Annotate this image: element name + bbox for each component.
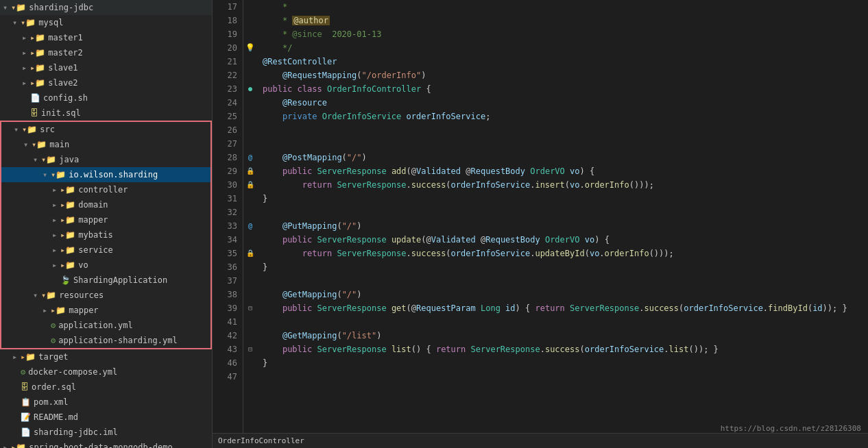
- gutter-29: 🔒: [243, 164, 257, 178]
- gutter-34: [243, 233, 257, 247]
- line-num-19: 19: [218, 27, 237, 41]
- item-label-application.yml: application.yml: [58, 321, 132, 330]
- code-line-28: @PostMapping("/"): [263, 151, 863, 164]
- tree-item-target[interactable]: ▸ ▸📁 target: [0, 349, 212, 364]
- line-num-28: 28: [218, 151, 237, 164]
- code-line-21: @RestController: [263, 55, 863, 69]
- tree-item-slave2[interactable]: ▸ ▸📁 slave2: [0, 75, 212, 90]
- line-num-41: 41: [218, 315, 237, 329]
- line-num-34: 34: [218, 233, 237, 247]
- line-num-46: 46: [218, 356, 237, 370]
- item-label-target: target: [38, 352, 68, 362]
- tree-item-init.sql[interactable]: 🗄 init.sql: [0, 105, 212, 121]
- gutter-32: [243, 206, 257, 219]
- gutter-39: ⊟: [243, 301, 257, 315]
- tree-item-application.yml[interactable]: ⚙ application.yml: [1, 318, 210, 333]
- tree-item-sharding-jdbc[interactable]: ▾ ▾📁 sharding-jdbc: [0, 0, 212, 15]
- tree-item-service[interactable]: ▸ ▸📁 service: [1, 242, 210, 258]
- tree-item-docker-compose.yml[interactable]: ⚙ docker-compose.yml: [0, 364, 212, 379]
- item-label-mysql: mysql: [38, 18, 63, 27]
- code-line-35: return ServerResponse.success(orderInfoS…: [263, 247, 863, 260]
- gutter-33: @: [243, 219, 257, 233]
- line-num-36: 36: [218, 260, 237, 274]
- code-line-30: return ServerResponse.success(orderInfoS…: [263, 178, 863, 192]
- tree-item-master1[interactable]: ▸ ▸📁 master1: [0, 30, 212, 45]
- code-line-46: }: [263, 356, 863, 370]
- gutter-30: 🔒: [243, 178, 257, 192]
- item-label-mapper2: mapper: [69, 306, 98, 315]
- tree-item-java[interactable]: ▾ ▾📁 java: [1, 152, 210, 167]
- code-line-38: @GetMapping("/"): [263, 288, 863, 301]
- code-line-42: @GetMapping("/list"): [263, 329, 863, 343]
- file-tree[interactable]: ▾ ▾📁 sharding-jdbc ▾ ▾📁 mysql ▸ ▸📁 maste…: [0, 0, 213, 448]
- tree-item-mapper[interactable]: ▸ ▸📁 mapper: [1, 212, 210, 227]
- item-label-master1: master1: [48, 33, 83, 42]
- code-line-25: private OrderInfoService orderInfoServic…: [263, 110, 863, 123]
- line-num-37: 37: [218, 274, 237, 288]
- line-num-38: 38: [218, 288, 237, 301]
- item-label-src: src: [40, 125, 55, 134]
- item-label-spring-boot-data-mongodb-demo: spring-boot-data-mongodb-demo: [29, 443, 173, 448]
- line-num-33: 33: [218, 219, 237, 233]
- tree-item-main[interactable]: ▾ ▾📁 main: [1, 137, 210, 152]
- line-num-30: 30: [218, 178, 237, 192]
- item-label-master2: master2: [48, 48, 83, 58]
- tree-item-mapper2[interactable]: ▸ ▸📁 mapper: [1, 303, 210, 318]
- item-label-resources: resources: [59, 290, 104, 300]
- tree-item-io.wilson.sharding[interactable]: ▾ ▾📁 io.wilson.sharding: [1, 167, 210, 182]
- tree-item-slave1[interactable]: ▸ ▸📁 slave1: [0, 60, 212, 75]
- item-label-service: service: [78, 245, 113, 255]
- gutter-22: [243, 69, 257, 82]
- gutter-37: [243, 274, 257, 288]
- line-num-22: 22: [218, 69, 237, 82]
- gutter-17: [243, 0, 257, 14]
- tree-item-mybatis[interactable]: ▸ ▸📁 mybatis: [1, 227, 210, 242]
- tree-item-config.sh[interactable]: 📄 config.sh: [0, 90, 212, 105]
- item-label-config.sh: config.sh: [43, 93, 88, 103]
- tree-item-ShardingApplication[interactable]: 🍃 ShardingApplication: [1, 273, 210, 288]
- code-line-34: public ServerResponse update(@Validated …: [263, 233, 863, 247]
- tree-item-vo[interactable]: ▸ ▸📁 vo: [1, 258, 210, 273]
- gutter-23: ●: [243, 82, 257, 96]
- line-num-32: 32: [218, 206, 237, 219]
- code-line-22: @RequestMapping("/orderInfo"): [263, 69, 863, 82]
- item-label-controller: controller: [78, 185, 128, 195]
- item-label-docker-compose.yml: docker-compose.yml: [28, 367, 117, 377]
- gutter-46: [243, 356, 257, 370]
- tree-item-pom.xml[interactable]: 📋 pom.xml: [0, 395, 212, 410]
- code-line-47: [263, 370, 863, 384]
- tree-item-mysql[interactable]: ▾ ▾📁 mysql: [0, 15, 212, 30]
- item-label-domain: domain: [78, 200, 108, 210]
- tree-item-domain[interactable]: ▸ ▸📁 domain: [1, 197, 210, 212]
- tree-item-order.sql[interactable]: 🗄 order.sql: [0, 379, 212, 395]
- item-label-init.sql: init.sql: [41, 108, 81, 118]
- gutter-18: [243, 14, 257, 27]
- gutter-35: 🔒: [243, 247, 257, 260]
- item-label-io.wilson.sharding: io.wilson.sharding: [69, 170, 158, 179]
- gutter-24: [243, 96, 257, 110]
- code-line-26: [263, 123, 863, 137]
- item-label-ShardingApplication: ShardingApplication: [73, 275, 167, 285]
- gutter-41: [243, 315, 257, 329]
- item-label-java: java: [59, 155, 79, 164]
- gutter-26: [243, 123, 257, 137]
- code-line-19: * @since 2020-01-13: [263, 27, 863, 41]
- code-line-18: * @author: [263, 14, 863, 27]
- gutter-25: [243, 110, 257, 123]
- tree-item-src[interactable]: ▾ ▾📁 src: [1, 122, 210, 137]
- tree-item-resources[interactable]: ▾ ▾📁 resources: [1, 288, 210, 303]
- tree-item-master2[interactable]: ▸ ▸📁 master2: [0, 45, 212, 60]
- tree-item-spring-boot-data-mongodb-demo[interactable]: ▸ ▸📁 spring-boot-data-mongodb-demo: [0, 440, 212, 448]
- item-label-main: main: [49, 140, 69, 149]
- code-line-29: public ServerResponse add(@Validated @Re…: [263, 164, 863, 178]
- code-line-17: *: [263, 0, 863, 14]
- tree-item-controller[interactable]: ▸ ▸📁 controller: [1, 182, 210, 197]
- tree-item-sharding-jdbc.iml[interactable]: 📄 sharding-jdbc.iml: [0, 425, 212, 440]
- line-num-17: 17: [218, 0, 237, 14]
- code-editor[interactable]: 1718192021222324252627282930313233343536…: [213, 0, 868, 433]
- item-label-slave2: slave2: [48, 78, 77, 88]
- tree-item-application-sharding.yml[interactable]: ⚙ application-sharding.yml: [1, 333, 210, 348]
- item-label-mapper: mapper: [78, 215, 108, 225]
- item-label-mybatis: mybatis: [78, 230, 113, 240]
- tree-item-README.md[interactable]: 📝 README.md: [0, 410, 212, 425]
